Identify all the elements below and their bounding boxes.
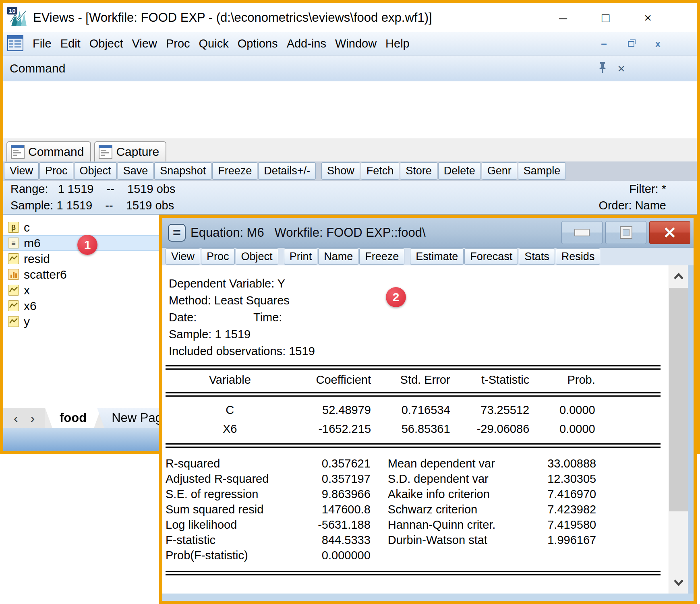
mdi-close-icon[interactable]: x [655, 38, 661, 50]
table-rule [166, 392, 661, 397]
stat-value: 844.5333 [284, 532, 371, 548]
page-tab-food[interactable]: food [45, 408, 101, 428]
wf-fetch-button[interactable]: Fetch [361, 162, 400, 180]
menu-addins[interactable]: Add-ins [282, 37, 331, 50]
equation-output: Dependent Variable: Y Method: Least Squa… [162, 265, 688, 594]
wf-genr-button[interactable]: Genr [482, 162, 517, 180]
vertical-scrollbar[interactable] [669, 265, 688, 594]
eq-stats-button[interactable]: Stats [519, 248, 555, 265]
workfile-toolbar: View Proc Object Save Snapshot Freeze De… [3, 161, 697, 181]
menu-file[interactable]: File [28, 37, 56, 50]
object-label: y [24, 315, 30, 329]
mdi-minimize-icon[interactable]: – [601, 37, 607, 50]
coef-cell: X6 [166, 420, 294, 439]
eq-print-button[interactable]: Print [284, 248, 318, 265]
equation-close-button[interactable]: ✕ [649, 221, 690, 244]
close-icon[interactable]: × [644, 11, 652, 24]
graph-icon [8, 269, 19, 280]
coef-table-header: Variable Coefficient Std. Error t-Statis… [166, 370, 661, 389]
stat-label: Adjusted R-squared [166, 471, 284, 486]
stat-label: R-squared [166, 456, 284, 471]
date-label: Date: [169, 309, 253, 326]
included-obs-line: Included observations: 1519 [169, 343, 669, 360]
col-header-std-error: Std. Error [371, 370, 450, 389]
coef-cell: 56.85361 [371, 420, 450, 439]
mdi-restore-icon[interactable] [628, 41, 634, 47]
wf-object-button[interactable]: Object [74, 162, 117, 180]
scroll-down-icon[interactable] [669, 571, 688, 594]
minimize-icon[interactable]: – [559, 10, 567, 25]
tab-capture[interactable]: Capture [94, 141, 166, 161]
equation-minimize-button[interactable] [561, 221, 603, 244]
prev-page-icon[interactable]: ‹ [14, 410, 18, 426]
sample-line: Sample: 1 1519 [169, 326, 669, 343]
minimize-icon [574, 229, 590, 236]
stat-value: 7.423982 [516, 502, 596, 517]
eviews-version-badge: 10 [7, 7, 17, 14]
maximize-icon [620, 226, 632, 239]
next-page-icon[interactable]: › [30, 410, 35, 426]
menu-options[interactable]: Options [233, 37, 282, 50]
coef-cell: 0.716534 [371, 401, 450, 420]
stat-value: -5631.188 [284, 517, 371, 532]
wf-view-button[interactable]: View [4, 162, 39, 180]
menu-object[interactable]: Object [85, 37, 128, 50]
equation-object-icon: = [168, 224, 186, 242]
equation-window: = Equation: M6 Workfile: FOOD EXP::food\… [159, 215, 697, 604]
menu-view[interactable]: View [128, 37, 162, 50]
menu-proc[interactable]: Proc [162, 37, 195, 50]
tab-capture-label: Capture [116, 145, 159, 159]
col-header-variable: Variable [166, 370, 294, 389]
stat-value: 7.419580 [516, 517, 596, 532]
eq-proc-button[interactable]: Proc [201, 248, 235, 265]
stat-value: 147600.8 [284, 502, 371, 517]
pin-icon[interactable] [597, 61, 608, 76]
stat-label: Prob(F-statistic) [166, 548, 284, 563]
wf-snapshot-button[interactable]: Snapshot [154, 162, 211, 180]
menu-window[interactable]: Window [331, 37, 381, 50]
time-label: Time: [253, 309, 282, 326]
command-pane-close-icon[interactable]: × [617, 61, 625, 76]
series-icon [8, 300, 19, 311]
scrollbar-thumb[interactable] [669, 288, 688, 511]
wf-store-button[interactable]: Store [400, 162, 437, 180]
menu-help[interactable]: Help [381, 37, 414, 50]
eq-estimate-button[interactable]: Estimate [410, 248, 464, 265]
wf-show-button[interactable]: Show [321, 162, 360, 180]
wf-details-button[interactable]: Details+/- [258, 162, 316, 180]
sample-text: Sample: 1 1519 -- 1519 obs [10, 199, 174, 212]
maximize-icon[interactable]: □ [602, 11, 609, 24]
object-label: c [24, 221, 30, 234]
eq-name-button[interactable]: Name [318, 248, 358, 265]
eq-view-button[interactable]: View [166, 248, 200, 265]
wf-save-button[interactable]: Save [118, 162, 154, 180]
scroll-up-icon[interactable] [669, 265, 688, 288]
eq-object-button[interactable]: Object [236, 248, 278, 265]
estimation-header: Dependent Variable: Y Method: Least Squa… [169, 275, 669, 360]
wf-freeze-button[interactable]: Freeze [212, 162, 257, 180]
range-row: Range: 1 1519 -- 1519 obs Filter: * [3, 181, 697, 197]
date-time-line: Date: Time: [169, 309, 669, 326]
wf-sample-button[interactable]: Sample [518, 162, 566, 180]
wf-delete-button[interactable]: Delete [438, 162, 481, 180]
tab-command[interactable]: Command [6, 141, 91, 161]
equation-toolbar: View Proc Object Print Name Freeze Estim… [162, 248, 694, 265]
eq-resids-button[interactable]: Resids [556, 248, 601, 265]
coef-cell: C [166, 401, 294, 420]
menu-quick[interactable]: Quick [195, 37, 233, 50]
menu-edit[interactable]: Edit [56, 37, 85, 50]
coef-cell: 73.25512 [450, 401, 530, 420]
callout-badge-1: 1 [77, 235, 97, 255]
stat-label: F-statistic [166, 532, 284, 548]
table-rule [166, 571, 661, 575]
command-input[interactable] [3, 81, 697, 138]
eq-freeze-button[interactable]: Freeze [359, 248, 404, 265]
eq-forecast-button[interactable]: Forecast [464, 248, 518, 265]
stat-value: 7.416970 [516, 486, 596, 502]
equation-maximize-button[interactable] [605, 221, 646, 244]
col-header-t-statistic: t-Statistic [450, 370, 530, 389]
equation-titlebar: = Equation: M6 Workfile: FOOD EXP::food\… [162, 218, 694, 248]
range-text: Range: 1 1519 -- 1519 obs [10, 182, 175, 196]
coef-cell: -1652.215 [294, 420, 371, 439]
wf-proc-button[interactable]: Proc [39, 162, 73, 180]
